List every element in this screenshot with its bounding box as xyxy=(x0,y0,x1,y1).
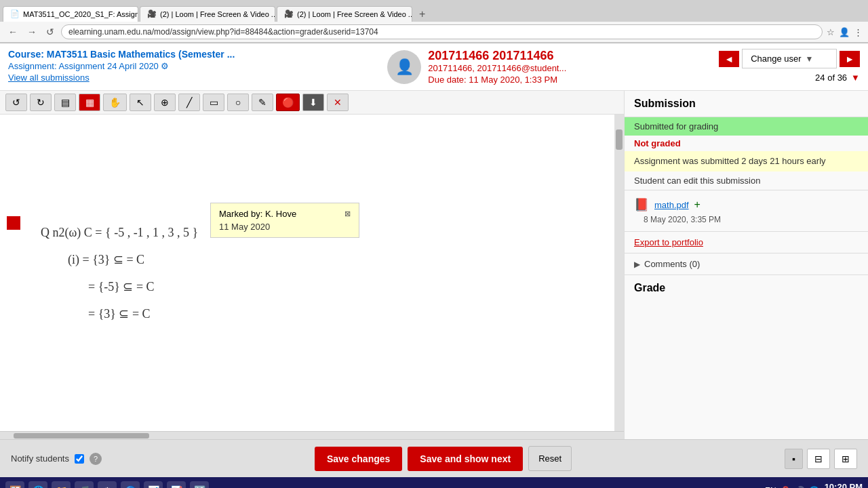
tool-text[interactable]: ▤ xyxy=(54,94,76,111)
horizontal-scrollbar[interactable] xyxy=(0,431,624,439)
canvas-scroll[interactable]: Marked by: K. Hove ⊠ 11 May 2020 Q n2(ω)… xyxy=(0,115,614,431)
view-split-button[interactable]: ⊟ xyxy=(807,449,830,469)
tool-line[interactable]: ╱ xyxy=(178,94,200,111)
math-area: Q n2(ω) C = { -5 , -1 , 1 , 3 , 5 } (i) … xyxy=(7,196,608,361)
url-input[interactable] xyxy=(61,24,823,39)
math-content-svg: Q n2(ω) C = { -5 , -1 , 1 , 3 , 5 } (i) … xyxy=(27,209,400,345)
main-content: ↺ ↻ ▤ ▦ ✋ ↖ ⊕ ╱ ▭ ○ ✎ 🔴 ⬇ ✕ xyxy=(0,91,868,439)
tab-1[interactable]: 📄 MAT3511_OC_2020_S1_F: Assign... ✕ xyxy=(3,6,138,22)
new-tab-button[interactable]: + xyxy=(414,7,431,22)
back-button[interactable]: ← xyxy=(5,25,20,39)
counter-filter: 24 of 36 ▼ xyxy=(815,73,860,83)
tab-2[interactable]: 🎥 (2) | Loom | Free Screen & Video ... ✕ xyxy=(140,6,275,22)
view-all-submissions-link[interactable]: View all submissions xyxy=(8,73,235,83)
file-link[interactable]: math.pdf xyxy=(654,200,689,210)
menu-icon[interactable]: ⋮ xyxy=(854,27,863,37)
tab-1-favicon: 📄 xyxy=(10,9,20,19)
comments-section[interactable]: ▶ Comments (0) xyxy=(625,253,868,274)
change-user-button[interactable]: Change user ▼ xyxy=(742,49,837,68)
tab-2-favicon: 🎥 xyxy=(147,9,157,19)
reload-button[interactable]: ↺ xyxy=(43,25,57,39)
bottom-center: Save changes Save and show next Reset xyxy=(315,446,572,471)
save-changes-button[interactable]: Save changes xyxy=(315,447,402,471)
change-user-area: ◄ Change user ▼ ► xyxy=(719,49,860,68)
due-date: Due date: 11 May 2020, 1:33 PM xyxy=(428,75,566,85)
media-icon[interactable]: 🎵 xyxy=(75,481,94,488)
file-section: 📕 math.pdf + 8 May 2020, 3:35 PM xyxy=(625,190,868,231)
tool-sticky[interactable]: ▦ xyxy=(79,94,100,111)
tab-2-label: (2) | Loom | Free Screen & Video ... xyxy=(160,10,275,18)
file-item: 📕 math.pdf + xyxy=(634,197,859,212)
tool-crosshair[interactable]: ⊕ xyxy=(154,94,176,111)
filter-icon[interactable]: ▼ xyxy=(851,73,860,83)
tool-pen[interactable]: ✎ xyxy=(252,94,273,111)
help-icon[interactable]: ? xyxy=(90,453,102,465)
course-title[interactable]: Course: MAT3511 Basic Mathematics (Semes… xyxy=(8,49,235,60)
tool-rect[interactable]: ▭ xyxy=(203,94,224,111)
submission-section-title: Submission xyxy=(625,91,868,117)
svg-text:Q n2(ω) C = { -5 , -1 , 1 , 3 : Q n2(ω) C = { -5 , -1 , 1 , 3 , 5 } xyxy=(41,226,198,240)
vertical-scrollbar[interactable] xyxy=(614,115,624,431)
assignment-title[interactable]: Assignment: Assignment 24 April 2020 ⚙ xyxy=(8,61,235,71)
profile-icon[interactable]: 👤 xyxy=(839,27,850,37)
pdf-icon: 📕 xyxy=(634,197,649,212)
tab-3-favicon: 🎥 xyxy=(284,9,294,19)
taskbar-time: 10:20 PM xyxy=(825,482,863,488)
svg-text:= {-5} ⊆ = C: = {-5} ⊆ = C xyxy=(88,280,155,293)
address-bar: ← → ↺ ☆ 👤 ⋮ xyxy=(0,22,868,43)
bottom-left: Notify students ? xyxy=(11,453,102,465)
grade-section-title: Grade xyxy=(625,274,868,301)
ie-icon[interactable]: 🌐 xyxy=(28,481,47,488)
bottom-right: ▪ ⊟ ⊞ xyxy=(785,449,857,469)
bookmark-icon[interactable]: ☆ xyxy=(827,27,835,37)
view-grid-button[interactable]: ⊞ xyxy=(834,449,857,469)
status-early: Assignment was submitted 2 days 21 hours… xyxy=(625,151,868,171)
notify-checkbox[interactable] xyxy=(75,454,84,464)
tab-3[interactable]: 🎥 (2) | Loom | Free Screen & Video ... ✕ xyxy=(277,6,412,22)
scrollbar-thumb-v[interactable] xyxy=(616,129,623,150)
student-id: 201711466 201711466 xyxy=(428,49,566,63)
tab-3-label: (2) | Loom | Free Screen & Video ... xyxy=(297,10,412,18)
tool-pan[interactable]: ✋ xyxy=(103,94,127,111)
submission-counter: 24 of 36 xyxy=(815,73,847,83)
tool-select[interactable]: ↖ xyxy=(130,94,151,111)
status-submitted: Submitted for grading xyxy=(625,117,868,136)
save-and-show-next-button[interactable]: Save and show next xyxy=(408,447,523,471)
bottom-bar: Notify students ? Save changes Save and … xyxy=(0,439,868,477)
tool-stamp[interactable]: 🔴 xyxy=(276,94,300,111)
tab-1-label: MAT3511_OC_2020_S1_F: Assign... xyxy=(23,10,138,18)
app4-icon[interactable]: 📝 xyxy=(167,481,186,488)
dropdown-icon: ▼ xyxy=(806,54,814,64)
taskbar-clock: 10:20 PM 2020/05/11 xyxy=(825,482,863,488)
forward-button[interactable]: → xyxy=(24,25,39,39)
add-to-portfolio-icon[interactable]: + xyxy=(694,199,701,211)
canvas-inner: Marked by: K. Hove ⊠ 11 May 2020 Q n2(ω)… xyxy=(7,196,608,431)
header-top: Course: MAT3511 Basic Mathematics (Semes… xyxy=(8,49,860,85)
tool-reset[interactable]: ↺ xyxy=(5,94,27,111)
taskbar-left: 🪟 🌐 📁 🎵 ⚙ 🔵 📊 📝 🔢 xyxy=(5,481,209,488)
app1-icon[interactable]: ⚙ xyxy=(98,481,117,488)
tool-download[interactable]: ⬇ xyxy=(302,94,324,111)
address-bar-icons: ☆ 👤 ⋮ xyxy=(827,27,863,37)
scrollbar-thumb-h[interactable] xyxy=(14,433,149,439)
student-info: 201711466 201711466 201711466, 201711466… xyxy=(428,49,566,85)
next-user-button[interactable]: ► xyxy=(840,51,860,67)
prev-user-button[interactable]: ◄ xyxy=(719,51,739,67)
app3-icon[interactable]: 📊 xyxy=(144,481,163,488)
browser-chrome: 📄 MAT3511_OC_2020_S1_F: Assign... ✕ 🎥 (2… xyxy=(0,0,868,43)
start-button[interactable]: 🪟 xyxy=(5,481,24,488)
explorer-icon[interactable]: 📁 xyxy=(52,481,71,488)
tool-clear[interactable]: ✕ xyxy=(327,94,349,111)
export-to-portfolio-link[interactable]: Export to portfolio xyxy=(625,231,868,253)
taskbar: 🪟 🌐 📁 🎵 ⚙ 🔵 📊 📝 🔢 EN ❓ 🔊 🌐 10:20 PM 2020… xyxy=(0,477,868,488)
taskbar-right: EN ❓ 🔊 🌐 10:20 PM 2020/05/11 xyxy=(765,482,863,488)
notify-label: Notify students xyxy=(11,453,69,464)
tool-circle[interactable]: ○ xyxy=(227,94,249,111)
app5-icon[interactable]: 🔢 xyxy=(190,481,209,488)
svg-text:= {3} ⊆ = C: = {3} ⊆ = C xyxy=(88,307,151,321)
tab-bar: 📄 MAT3511_OC_2020_S1_F: Assign... ✕ 🎥 (2… xyxy=(0,0,868,22)
view-single-button[interactable]: ▪ xyxy=(785,449,803,469)
tool-redo[interactable]: ↻ xyxy=(30,94,52,111)
reset-button[interactable]: Reset xyxy=(528,446,572,471)
chrome-icon[interactable]: 🔵 xyxy=(121,481,140,488)
